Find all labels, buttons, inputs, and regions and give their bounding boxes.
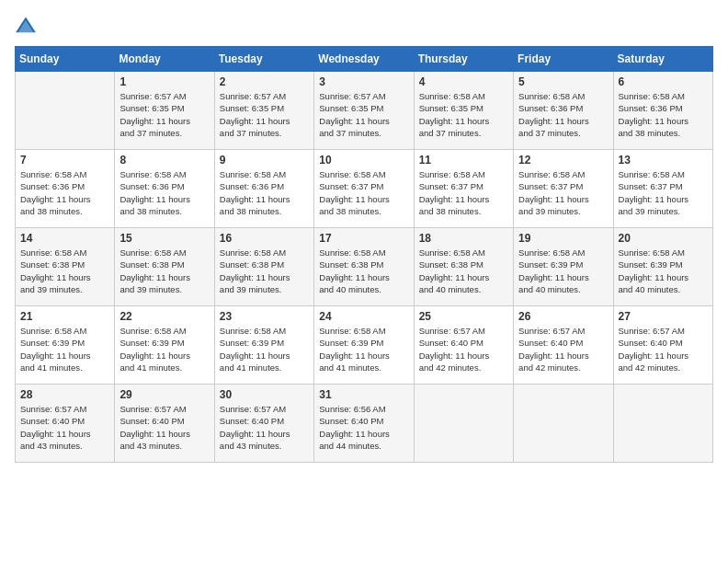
calendar-cell: 29Sunrise: 6:57 AM Sunset: 6:40 PM Dayli… [115, 385, 214, 463]
day-number: 23 [220, 310, 309, 323]
header-saturday: Saturday [613, 47, 712, 72]
calendar-cell: 13Sunrise: 6:58 AM Sunset: 6:37 PM Dayli… [613, 150, 712, 228]
day-info: Sunrise: 6:58 AM Sunset: 6:38 PM Dayligh… [20, 247, 109, 295]
calendar-table: SundayMondayTuesdayWednesdayThursdayFrid… [15, 46, 713, 463]
day-number: 29 [119, 388, 209, 401]
calendar-cell: 16Sunrise: 6:58 AM Sunset: 6:38 PM Dayli… [214, 228, 313, 306]
day-info: Sunrise: 6:58 AM Sunset: 6:36 PM Dayligh… [220, 168, 309, 217]
calendar-cell: 22Sunrise: 6:58 AM Sunset: 6:39 PM Dayli… [115, 306, 214, 385]
calendar-cell: 10Sunrise: 6:58 AM Sunset: 6:37 PM Dayli… [314, 150, 414, 228]
day-info: Sunrise: 6:58 AM Sunset: 6:38 PM Dayligh… [319, 247, 408, 295]
day-info: Sunrise: 6:57 AM Sunset: 6:40 PM Dayligh… [419, 325, 508, 373]
day-number: 11 [419, 154, 508, 167]
day-info: Sunrise: 6:58 AM Sunset: 6:36 PM Dayligh… [619, 90, 708, 139]
calendar-cell: 30Sunrise: 6:57 AM Sunset: 6:40 PM Dayli… [214, 385, 313, 463]
calendar-cell [514, 385, 613, 463]
calendar-cell: 2Sunrise: 6:57 AM Sunset: 6:35 PM Daylig… [214, 72, 313, 150]
day-info: Sunrise: 6:58 AM Sunset: 6:37 PM Dayligh… [419, 168, 508, 217]
day-number: 4 [419, 75, 508, 88]
header-sunday: Sunday [16, 47, 115, 72]
header-thursday: Thursday [414, 47, 513, 72]
day-info: Sunrise: 6:57 AM Sunset: 6:35 PM Dayligh… [319, 90, 408, 139]
day-info: Sunrise: 6:57 AM Sunset: 6:40 PM Dayligh… [619, 325, 708, 373]
day-info: Sunrise: 6:58 AM Sunset: 6:37 PM Dayligh… [619, 168, 708, 217]
day-number: 20 [619, 232, 708, 245]
calendar-cell: 9Sunrise: 6:58 AM Sunset: 6:36 PM Daylig… [214, 150, 313, 228]
logo [15, 15, 40, 37]
calendar-cell: 26Sunrise: 6:57 AM Sunset: 6:40 PM Dayli… [514, 306, 613, 385]
calendar-cell: 27Sunrise: 6:57 AM Sunset: 6:40 PM Dayli… [613, 306, 712, 385]
day-info: Sunrise: 6:58 AM Sunset: 6:39 PM Dayligh… [518, 247, 608, 295]
day-number: 10 [319, 154, 408, 167]
day-number: 2 [220, 75, 309, 88]
day-info: Sunrise: 6:58 AM Sunset: 6:36 PM Dayligh… [518, 90, 608, 139]
day-number: 25 [419, 310, 508, 323]
day-info: Sunrise: 6:58 AM Sunset: 6:37 PM Dayligh… [518, 168, 608, 217]
day-info: Sunrise: 6:58 AM Sunset: 6:38 PM Dayligh… [119, 247, 209, 295]
day-info: Sunrise: 6:58 AM Sunset: 6:36 PM Dayligh… [119, 168, 209, 217]
day-info: Sunrise: 6:58 AM Sunset: 6:38 PM Dayligh… [419, 247, 508, 295]
day-info: Sunrise: 6:58 AM Sunset: 6:35 PM Dayligh… [419, 90, 508, 139]
day-number: 5 [518, 75, 608, 88]
day-info: Sunrise: 6:57 AM Sunset: 6:40 PM Dayligh… [119, 403, 209, 452]
calendar-cell: 3Sunrise: 6:57 AM Sunset: 6:35 PM Daylig… [314, 72, 414, 150]
calendar-cell: 25Sunrise: 6:57 AM Sunset: 6:40 PM Dayli… [414, 306, 513, 385]
calendar-cell: 31Sunrise: 6:56 AM Sunset: 6:40 PM Dayli… [314, 385, 414, 463]
day-info: Sunrise: 6:58 AM Sunset: 6:39 PM Dayligh… [619, 247, 708, 295]
day-number: 30 [220, 388, 309, 401]
calendar-cell: 21Sunrise: 6:58 AM Sunset: 6:39 PM Dayli… [16, 306, 115, 385]
calendar-cell: 6Sunrise: 6:58 AM Sunset: 6:36 PM Daylig… [613, 72, 712, 150]
day-number: 6 [619, 75, 708, 88]
page-header [15, 15, 713, 37]
calendar-cell: 5Sunrise: 6:58 AM Sunset: 6:36 PM Daylig… [514, 72, 613, 150]
day-number: 31 [319, 388, 408, 401]
day-number: 18 [419, 232, 508, 245]
calendar-cell: 14Sunrise: 6:58 AM Sunset: 6:38 PM Dayli… [16, 228, 115, 306]
calendar-cell: 24Sunrise: 6:58 AM Sunset: 6:39 PM Dayli… [314, 306, 414, 385]
day-number: 26 [518, 310, 608, 323]
calendar-cell [613, 385, 712, 463]
calendar-cell: 20Sunrise: 6:58 AM Sunset: 6:39 PM Dayli… [613, 228, 712, 306]
day-info: Sunrise: 6:58 AM Sunset: 6:37 PM Dayligh… [319, 168, 408, 217]
calendar-week-1: 1Sunrise: 6:57 AM Sunset: 6:35 PM Daylig… [16, 72, 713, 150]
calendar-cell: 11Sunrise: 6:58 AM Sunset: 6:37 PM Dayli… [414, 150, 513, 228]
day-number: 19 [518, 232, 608, 245]
header-monday: Monday [115, 47, 214, 72]
day-number: 9 [220, 154, 309, 167]
day-number: 13 [619, 154, 708, 167]
day-number: 28 [20, 388, 109, 401]
calendar-cell: 4Sunrise: 6:58 AM Sunset: 6:35 PM Daylig… [414, 72, 513, 150]
calendar-cell: 15Sunrise: 6:58 AM Sunset: 6:38 PM Dayli… [115, 228, 214, 306]
day-info: Sunrise: 6:58 AM Sunset: 6:39 PM Dayligh… [20, 325, 109, 373]
calendar-cell [414, 385, 513, 463]
day-info: Sunrise: 6:58 AM Sunset: 6:38 PM Dayligh… [220, 247, 309, 295]
calendar-cell: 18Sunrise: 6:58 AM Sunset: 6:38 PM Dayli… [414, 228, 513, 306]
day-number: 14 [20, 232, 109, 245]
calendar-cell: 17Sunrise: 6:58 AM Sunset: 6:38 PM Dayli… [314, 228, 414, 306]
day-number: 8 [119, 154, 209, 167]
day-info: Sunrise: 6:58 AM Sunset: 6:39 PM Dayligh… [220, 325, 309, 373]
calendar-cell: 7Sunrise: 6:58 AM Sunset: 6:36 PM Daylig… [16, 150, 115, 228]
day-info: Sunrise: 6:57 AM Sunset: 6:40 PM Dayligh… [220, 403, 309, 452]
calendar-week-3: 14Sunrise: 6:58 AM Sunset: 6:38 PM Dayli… [16, 228, 713, 306]
day-number: 27 [619, 310, 708, 323]
calendar-cell: 28Sunrise: 6:57 AM Sunset: 6:40 PM Dayli… [16, 385, 115, 463]
calendar-cell [16, 72, 115, 150]
day-number: 1 [119, 75, 209, 88]
calendar-cell: 1Sunrise: 6:57 AM Sunset: 6:35 PM Daylig… [115, 72, 214, 150]
logo-icon [15, 15, 37, 37]
day-info: Sunrise: 6:57 AM Sunset: 6:40 PM Dayligh… [20, 403, 109, 452]
calendar-week-4: 21Sunrise: 6:58 AM Sunset: 6:39 PM Dayli… [16, 306, 713, 385]
header-wednesday: Wednesday [314, 47, 414, 72]
day-number: 17 [319, 232, 408, 245]
day-number: 22 [119, 310, 209, 323]
day-info: Sunrise: 6:57 AM Sunset: 6:35 PM Dayligh… [220, 90, 309, 139]
day-number: 12 [518, 154, 608, 167]
calendar-week-5: 28Sunrise: 6:57 AM Sunset: 6:40 PM Dayli… [16, 385, 713, 463]
header-friday: Friday [514, 47, 613, 72]
day-info: Sunrise: 6:56 AM Sunset: 6:40 PM Dayligh… [319, 403, 408, 452]
day-number: 15 [119, 232, 209, 245]
calendar-cell: 23Sunrise: 6:58 AM Sunset: 6:39 PM Dayli… [214, 306, 313, 385]
calendar-cell: 8Sunrise: 6:58 AM Sunset: 6:36 PM Daylig… [115, 150, 214, 228]
day-info: Sunrise: 6:57 AM Sunset: 6:40 PM Dayligh… [518, 325, 608, 373]
